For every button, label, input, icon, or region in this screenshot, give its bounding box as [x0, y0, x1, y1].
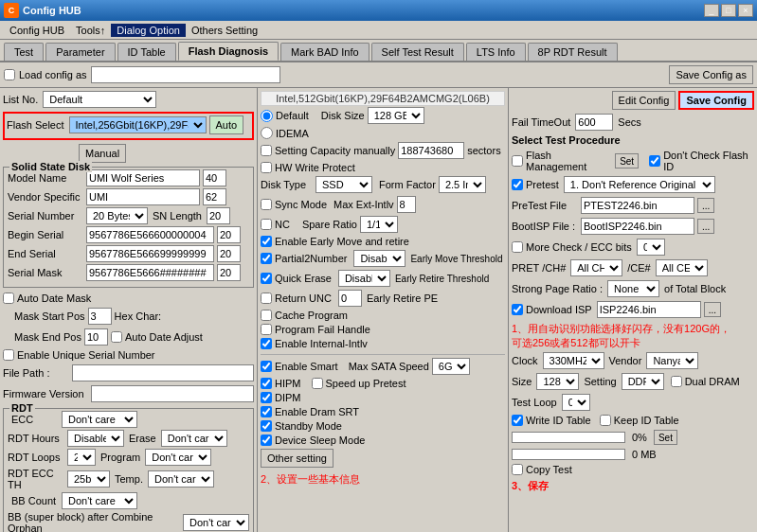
bb-count-select[interactable]: Don't care [62, 492, 137, 509]
download-isp-browse[interactable]: ... [704, 302, 721, 317]
tab-parameter[interactable]: Parameter [45, 43, 115, 61]
temp-select[interactable]: Don't care [148, 470, 214, 488]
disk-type-select[interactable]: SSD [315, 176, 372, 193]
ce-select[interactable]: All CE [656, 259, 708, 276]
tab-id-table[interactable]: ID Table [117, 43, 176, 61]
minimize-button[interactable]: _ [704, 4, 719, 17]
disk-size-select[interactable]: 128 GB [368, 107, 424, 124]
auto-date-mask-checkbox[interactable] [3, 293, 14, 304]
firmware-version-input[interactable] [91, 385, 254, 402]
tab-lts-info[interactable]: LTS Info [466, 43, 526, 61]
end-num-input[interactable] [217, 245, 241, 262]
disable2-select[interactable]: Disable [338, 270, 390, 287]
close-button[interactable]: × [738, 4, 753, 17]
copy-test-checkbox[interactable] [512, 464, 523, 475]
keep-id-table-checkbox[interactable] [600, 415, 611, 426]
begin-serial-input[interactable] [86, 226, 214, 243]
vendor-select[interactable]: Nanya [646, 352, 698, 369]
clock-select[interactable]: 330MHZ [543, 352, 604, 369]
more-check-select[interactable]: 0 [637, 239, 665, 256]
vendor-num-input[interactable] [203, 188, 226, 205]
enable-internal-intlv-checkbox[interactable] [261, 338, 272, 349]
tab-mark-bad-info[interactable]: Mark BAD Info [280, 43, 369, 61]
tab-flash-diagnosis[interactable]: Flash Diagnosis [178, 42, 279, 61]
unique-serial-checkbox[interactable] [3, 349, 14, 361]
other-setting-button[interactable]: Other setting [261, 449, 333, 468]
strong-page-select[interactable]: None [607, 280, 659, 297]
flash-select-dropdown[interactable]: Intel,256Gbit(16KP),29F32B2ALCMG2(L06B) [69, 116, 207, 133]
hw-write-protect-checkbox[interactable] [261, 162, 272, 173]
return-unc-checkbox[interactable] [261, 293, 272, 304]
device-sleep-mode-checkbox[interactable] [261, 434, 272, 446]
auto-button[interactable]: Auto [209, 115, 244, 134]
load-config-checkbox[interactable] [4, 69, 15, 80]
setting-capacity-checkbox[interactable] [261, 145, 272, 156]
setting-select[interactable]: DDR3 [622, 373, 664, 390]
set-button[interactable]: Set [654, 430, 677, 445]
model-num-input[interactable] [203, 169, 226, 186]
capacity-input[interactable] [398, 142, 464, 159]
end-serial-input[interactable] [86, 245, 214, 262]
flash-management-checkbox[interactable] [512, 155, 523, 167]
spare-ratio-select[interactable]: 1/16 [360, 216, 398, 233]
maximize-button[interactable]: □ [721, 4, 736, 17]
form-factor-select[interactable]: 2.5 In [439, 176, 486, 193]
pretest-file-input[interactable] [581, 197, 694, 214]
default-radio[interactable] [261, 110, 273, 122]
speed-up-pretest-checkbox[interactable] [312, 378, 323, 389]
bb-super-select[interactable]: Don't care [183, 514, 249, 531]
save-config-button[interactable]: Save Config [678, 91, 754, 110]
list-no-select[interactable]: Default [43, 91, 156, 108]
menu-others-setting[interactable]: Others Setting [186, 24, 263, 37]
auto-date-adjust-checkbox[interactable] [111, 331, 122, 343]
dont-check-flash-id-checkbox[interactable] [649, 155, 660, 167]
vendor-input[interactable] [86, 188, 200, 205]
begin-num-input[interactable] [217, 226, 241, 243]
pret-ch-select[interactable]: All CH [570, 259, 622, 276]
tab-8p-rdt-result[interactable]: 8P RDT Result [528, 43, 618, 61]
download-isp-checkbox[interactable] [512, 304, 523, 315]
size-select[interactable]: 128M [536, 373, 579, 390]
max-ext-input[interactable] [397, 196, 416, 213]
rdt-ecc-select[interactable]: 25bits [67, 470, 110, 488]
quick-erase-checkbox[interactable] [261, 273, 272, 284]
tab-test[interactable]: Test [4, 43, 44, 61]
boot-isp-browse[interactable]: ... [697, 219, 714, 234]
serial-bytes-select[interactable]: 20 Bytes [86, 207, 148, 224]
mask-num-input[interactable] [217, 264, 241, 281]
pretest-checkbox[interactable] [512, 179, 523, 190]
idema-radio[interactable] [261, 127, 273, 139]
max-sata-speed-select[interactable]: 6Gb [432, 358, 470, 375]
pretest-file-browse[interactable]: ... [697, 198, 714, 213]
end-pos-input[interactable] [84, 328, 108, 346]
start-pos-input[interactable] [88, 308, 112, 325]
menu-config-hub[interactable]: Config HUB [4, 24, 70, 37]
test-loop-select[interactable]: 0 [562, 394, 590, 411]
sync-mode-checkbox[interactable] [261, 199, 272, 210]
program-fail-handle-checkbox[interactable] [261, 324, 272, 335]
file-path-input[interactable] [72, 364, 254, 381]
tab-self-test-result[interactable]: Self Test Result [371, 43, 464, 61]
manual-button[interactable]: Manual [79, 144, 126, 163]
more-check-ecc-checkbox[interactable] [512, 241, 523, 253]
save-config-as-button[interactable]: Save Config as [669, 65, 753, 84]
boot-isp-file-input[interactable] [581, 218, 694, 235]
fail-timeout-input[interactable] [575, 114, 613, 131]
dipm-checkbox[interactable] [261, 392, 272, 403]
partial2number-checkbox[interactable] [261, 253, 272, 264]
model-name-input[interactable] [86, 169, 200, 186]
load-config-input[interactable] [91, 66, 280, 83]
hipm-checkbox[interactable] [261, 378, 272, 389]
enable-early-move-checkbox[interactable] [261, 236, 272, 247]
nc-checkbox[interactable] [261, 219, 272, 230]
disable1-select[interactable]: Disable [353, 250, 406, 267]
erase-select[interactable]: Don't care [161, 430, 227, 447]
early-retire-pe-input[interactable] [338, 290, 362, 307]
menu-dialog-option[interactable]: Dialog Option [111, 24, 186, 37]
rdt-hours-select[interactable]: Disable [67, 430, 124, 447]
serial-mask-input[interactable] [86, 264, 214, 281]
write-id-table-checkbox[interactable] [512, 415, 523, 426]
standby-mode-checkbox[interactable] [261, 420, 272, 432]
menu-tools[interactable]: Tools↑ [70, 24, 111, 37]
rdt-loops-select[interactable]: 2 [67, 449, 96, 466]
